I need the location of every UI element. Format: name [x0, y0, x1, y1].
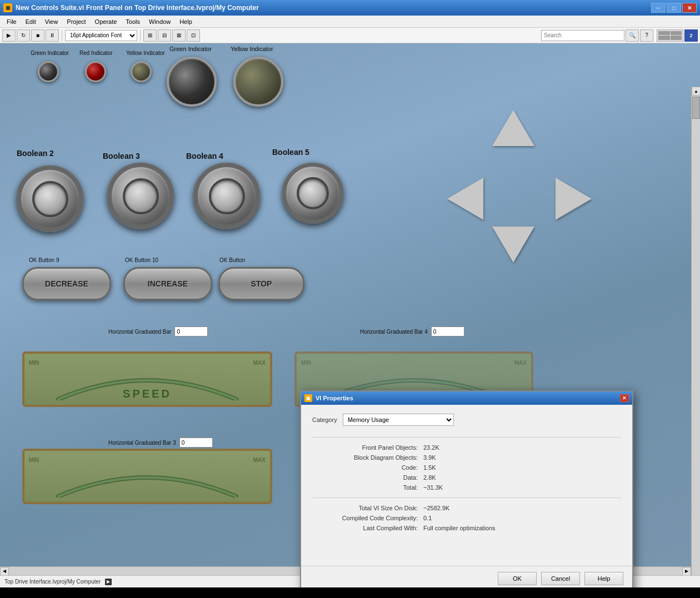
- reorder-button[interactable]: ⊡: [187, 29, 200, 42]
- menu-tools[interactable]: Tools: [121, 17, 144, 26]
- category-select[interactable]: Memory Usage: [343, 414, 454, 426]
- search-input[interactable]: [541, 30, 624, 41]
- window-title: New Controls Suite.vi Front Panel on Top…: [16, 4, 259, 12]
- title-icon: ▣: [3, 3, 12, 12]
- search-button[interactable]: 🔍: [626, 29, 639, 42]
- yellow-indicator-small[interactable]: [131, 61, 152, 82]
- maximize-button[interactable]: □: [667, 3, 681, 13]
- boolean3-button[interactable]: [107, 163, 174, 229]
- boolean4-button[interactable]: [193, 163, 260, 229]
- front-panel-objects-row: Front Panel Objects: 23.2K: [312, 444, 621, 451]
- arrow-left-icon[interactable]: [447, 178, 483, 220]
- ok-btn9-label: OK Button 9: [29, 257, 59, 263]
- speed-gauge-2-max: MAX: [514, 360, 527, 366]
- dialog-title-bar: ▣ VI Properties ✕: [301, 391, 632, 405]
- grad-bar-1-label: Horizontal Graduated Bar: [108, 329, 171, 335]
- red-indicator-small[interactable]: [85, 61, 106, 82]
- menu-window[interactable]: Window: [144, 17, 175, 26]
- last-compiled-label: Last Compiled With:: [312, 525, 423, 531]
- boolean3-label: Boolean 3: [103, 152, 140, 160]
- menu-edit[interactable]: Edit: [21, 17, 41, 26]
- window-controls: ─ □ ✕: [651, 3, 697, 13]
- boolean2-button[interactable]: [17, 165, 83, 232]
- resize-button[interactable]: ⊠: [172, 29, 186, 42]
- distribute-button[interactable]: ⊟: [158, 29, 171, 42]
- grad-bar-1-input[interactable]: [174, 326, 208, 336]
- font-selector[interactable]: 16pt Application Font: [65, 30, 137, 41]
- dialog-cancel-button[interactable]: Cancel: [541, 572, 580, 585]
- dialog-ok-button[interactable]: OK: [498, 572, 537, 585]
- pause-button[interactable]: ⏸: [46, 29, 59, 42]
- yellow-indicator-label-2: Yellow Indicator: [231, 46, 273, 52]
- grad-bar-4-input[interactable]: [431, 326, 464, 336]
- block-diagram-value: 3.9K: [423, 454, 436, 461]
- boolean2-label: Boolean 2: [17, 149, 54, 158]
- code-value: 1.5K: [423, 464, 436, 471]
- dialog-body: Category Memory Usage Front Panel Object…: [301, 405, 632, 566]
- scrollbar-up-button[interactable]: ▲: [692, 87, 700, 96]
- minimize-button[interactable]: ─: [651, 3, 666, 13]
- ok-btn-stop-label: OK Button: [219, 257, 245, 263]
- arrow-right-icon[interactable]: [556, 178, 592, 220]
- speed-gauge-3-top: MIN MAX: [24, 456, 270, 464]
- grad-bar-1-container: Horizontal Graduated Bar: [108, 326, 208, 336]
- green-indicator-label-1: Green Indicator: [31, 50, 69, 56]
- speed-gauge-3-arc: [42, 464, 253, 498]
- compiled-complexity-label: Compiled Code Complexity:: [312, 515, 423, 521]
- grad-bar-3-input[interactable]: [179, 438, 213, 448]
- menu-bar: File Edit View Project Operate Tools Win…: [0, 16, 700, 28]
- dialog-icon: ▣: [304, 394, 312, 402]
- front-panel-value: 23.2K: [423, 444, 439, 451]
- dialog-help-button[interactable]: Help: [584, 572, 623, 585]
- menu-help[interactable]: Help: [175, 17, 197, 26]
- separator1: [62, 30, 62, 41]
- separator2: [140, 30, 141, 41]
- dialog-close-button[interactable]: ✕: [620, 394, 629, 402]
- speed-gauge-1-min: MIN: [29, 360, 39, 366]
- green-indicator-large[interactable]: [167, 57, 217, 107]
- h-scrollbar-left-button[interactable]: ◀: [0, 567, 9, 576]
- green-indicator-small[interactable]: [38, 61, 59, 82]
- stop-button[interactable]: STOP: [218, 267, 304, 300]
- dialog-separator-2: [312, 498, 621, 498]
- run-continuously-button[interactable]: ↻: [17, 29, 30, 42]
- title-bar: ▣ New Controls Suite.vi Front Panel on T…: [0, 0, 700, 16]
- decrease-button[interactable]: DECREASE: [22, 267, 111, 300]
- menu-view[interactable]: View: [41, 17, 63, 26]
- speed-gauge-1-top: MIN MAX: [24, 359, 270, 367]
- grad-bar-4-label: Horizontal Graduated Bar 4: [360, 329, 428, 335]
- align-button[interactable]: ⊞: [143, 29, 157, 42]
- yellow-indicator-large[interactable]: [233, 57, 283, 107]
- grad-bar-3-label: Horizontal Graduated Bar 3: [108, 440, 176, 446]
- arrow-down-icon[interactable]: [492, 227, 534, 263]
- total-vi-size-label: Total VI Size On Disk:: [312, 505, 423, 511]
- version-badge: 2: [684, 29, 698, 42]
- scrollbar-thumb[interactable]: [692, 97, 700, 119]
- increase-button[interactable]: INCREASE: [123, 267, 212, 300]
- speed-gauge-2-min: MIN: [301, 360, 311, 366]
- ok-btn10-label: OK Button 10: [125, 257, 158, 263]
- total-label: Total:: [312, 484, 423, 491]
- help-button[interactable]: ?: [640, 29, 653, 42]
- code-label: Code:: [312, 464, 423, 471]
- front-panel-label: Front Panel Objects:: [312, 444, 423, 451]
- status-icon: ▶: [105, 579, 112, 585]
- grad-bar-4-container: Horizontal Graduated Bar 4: [360, 326, 464, 336]
- abort-button[interactable]: ■: [31, 29, 44, 42]
- dialog-buttons: OK Cancel Help: [301, 566, 632, 587]
- compiled-complexity-row: Compiled Code Complexity: 0.1: [312, 515, 621, 521]
- menu-project[interactable]: Project: [62, 17, 90, 26]
- arrow-up-icon[interactable]: [492, 110, 534, 146]
- close-button[interactable]: ✕: [682, 3, 697, 13]
- speed-gauge-2-top: MIN MAX: [297, 359, 531, 367]
- main-area: Green Indicator Red Indicator Yellow Ind…: [0, 43, 700, 587]
- run-button[interactable]: ▶: [2, 29, 16, 42]
- boolean5-button[interactable]: [282, 163, 343, 224]
- vi-properties-dialog: ▣ VI Properties ✕ Category Memory Usage …: [300, 390, 633, 587]
- menu-file[interactable]: File: [2, 17, 21, 26]
- data-label: Data:: [312, 474, 423, 481]
- h-scrollbar-right-button[interactable]: ▶: [682, 567, 691, 576]
- data-value: 2.8K: [423, 474, 436, 481]
- yellow-indicator-label-1: Yellow Indicator: [126, 50, 165, 56]
- menu-operate[interactable]: Operate: [91, 17, 122, 26]
